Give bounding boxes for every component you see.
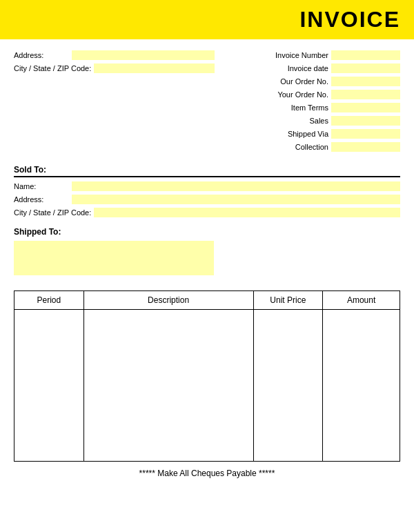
col-period-header: Period [14, 291, 84, 310]
unit-price-cell[interactable] [253, 310, 323, 462]
invoice-number-label: Invoice Number [275, 51, 328, 59]
sales-label: Sales [309, 117, 328, 125]
our-order-label: Our Order No. [280, 77, 328, 86]
your-order-row: Your Order No. [230, 90, 400, 99]
item-terms-row: Item Terms [230, 103, 400, 112]
invoice-number-row: Invoice Number [230, 50, 400, 60]
period-cell[interactable] [14, 310, 84, 462]
address-input[interactable] [72, 50, 215, 60]
table-row [14, 310, 400, 462]
table-section: Period Description Unit Price Amount [14, 290, 400, 462]
invoice-number-input[interactable] [331, 50, 400, 60]
shipped-to-label: Shipped To: [14, 227, 400, 237]
sales-row: Sales [230, 116, 400, 126]
sales-input[interactable] [331, 116, 400, 126]
your-order-label: Your Order No. [277, 90, 328, 99]
shipped-to-section: Shipped To: [14, 227, 400, 279]
sold-to-city-row: City / State / ZIP Code: [14, 208, 400, 217]
right-column: Invoice Number Invoice date Our Order No… [230, 50, 400, 155]
shipped-to-box[interactable] [14, 241, 214, 275]
footer: ***** Make All Cheques Payable ***** [0, 462, 414, 484]
shipped-via-input[interactable] [331, 129, 400, 139]
collection-input[interactable] [331, 142, 400, 152]
sold-to-city-label: City / State / ZIP Code: [14, 208, 91, 217]
top-section: Address: City / State / ZIP Code: Invoic… [14, 50, 400, 155]
invoice-date-label: Invoice date [288, 64, 328, 72]
col-amount-header: Amount [323, 291, 400, 310]
city-label: City / State / ZIP Code: [14, 64, 91, 72]
item-terms-label: Item Terms [291, 104, 328, 112]
footer-text: ***** Make All Cheques Payable ***** [139, 469, 275, 478]
sold-to-address-input[interactable] [72, 195, 400, 204]
sold-to-name-input[interactable] [72, 181, 400, 191]
table-header-row: Period Description Unit Price Amount [14, 291, 400, 310]
invoice-table: Period Description Unit Price Amount [14, 290, 400, 462]
content-area: Address: City / State / ZIP Code: Invoic… [0, 39, 414, 279]
our-order-input[interactable] [331, 77, 400, 86]
sold-to-address-label: Address: [14, 195, 69, 204]
address-row: Address: [14, 50, 215, 60]
sold-to-address-row: Address: [14, 195, 400, 204]
sold-to-section: Sold To: Name: Address: City / State / Z… [14, 165, 400, 217]
invoice-date-row: Invoice date [230, 63, 400, 73]
shipped-via-row: Shipped Via [230, 129, 400, 139]
description-cell[interactable] [83, 310, 253, 462]
our-order-row: Our Order No. [230, 77, 400, 86]
invoice-date-input[interactable] [331, 63, 400, 73]
collection-label: Collection [295, 143, 328, 151]
header: INVOICE [0, 0, 414, 39]
sold-to-name-label: Name: [14, 182, 69, 190]
item-terms-input[interactable] [331, 103, 400, 112]
invoice-title: INVOICE [0, 7, 400, 32]
sold-to-label: Sold To: [14, 165, 400, 177]
sold-to-name-row: Name: [14, 181, 400, 191]
sold-to-city-input[interactable] [94, 208, 400, 217]
shipped-via-label: Shipped Via [288, 130, 328, 138]
left-column: Address: City / State / ZIP Code: [14, 50, 215, 155]
your-order-input[interactable] [331, 90, 400, 99]
address-label: Address: [14, 51, 69, 59]
collection-row: Collection [230, 142, 400, 152]
col-description-header: Description [83, 291, 253, 310]
amount-cell[interactable] [323, 310, 400, 462]
city-row: City / State / ZIP Code: [14, 63, 215, 73]
city-input[interactable] [94, 63, 215, 73]
col-unit-price-header: Unit Price [253, 291, 323, 310]
